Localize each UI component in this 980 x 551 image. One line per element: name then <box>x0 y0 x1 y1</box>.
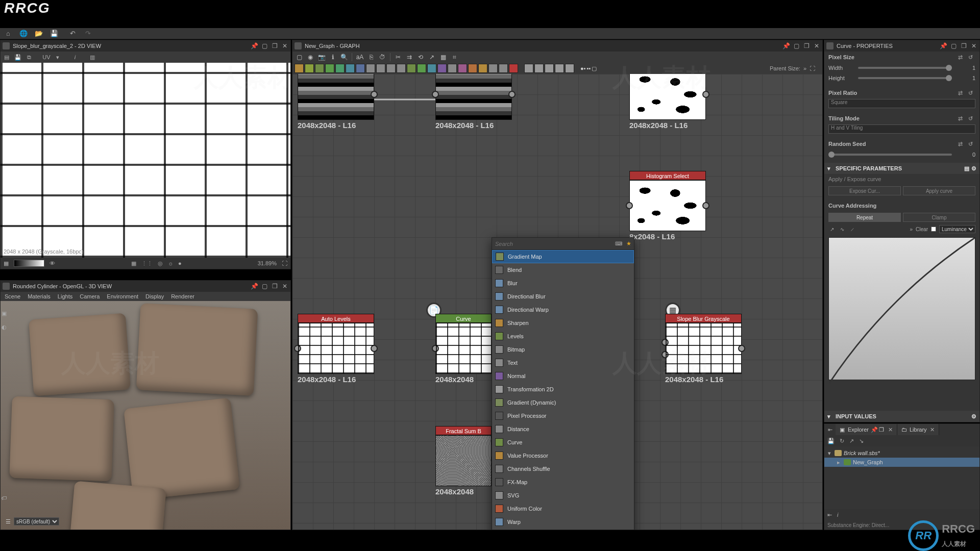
pin-icon[interactable]: 📌 <box>251 283 258 290</box>
gear-icon[interactable]: ⚙ <box>971 165 976 172</box>
list-icon[interactable]: ▤ <box>964 165 969 172</box>
palette-node[interactable] <box>448 64 457 73</box>
focus-icon[interactable]: ◉ <box>306 53 315 62</box>
graph-node-histogram-select[interactable]: Histogram Select 8x2048 - L16 <box>629 171 706 241</box>
palette-node[interactable] <box>335 64 345 73</box>
globe-icon[interactable]: 🌐 <box>19 30 28 37</box>
chevron-icon[interactable]: » <box>803 65 806 71</box>
context-item[interactable]: Uniform Color <box>492 502 634 515</box>
expand-icon[interactable]: ⛶ <box>282 260 287 266</box>
eye-icon[interactable]: 👁 <box>50 260 55 266</box>
palette-node[interactable] <box>386 64 396 73</box>
palette-node[interactable] <box>437 64 447 73</box>
palette-node[interactable] <box>366 64 375 73</box>
palette-node[interactable] <box>534 64 544 73</box>
palette-more[interactable]: ▢ <box>592 65 597 72</box>
palette-more[interactable]: ▪▪ <box>587 65 591 71</box>
tab-library[interactable]: 🗀 Library ✕ <box>897 424 939 435</box>
chevron-down-icon[interactable]: ▾ <box>54 53 62 61</box>
export-icon[interactable]: ↗ <box>849 438 854 444</box>
restore-icon[interactable]: ❐ <box>879 427 885 433</box>
node-port-in[interactable] <box>662 339 669 346</box>
graph-node-fractal[interactable]: Fractal Sum B 2048x2048 <box>435 426 492 496</box>
context-item[interactable]: Gradient (Dynamic) <box>492 396 634 409</box>
curve-editor[interactable] <box>828 237 975 380</box>
node-port-in[interactable] <box>432 91 439 98</box>
node-port-in[interactable] <box>626 202 633 209</box>
context-item[interactable]: Emboss <box>492 529 634 530</box>
menu-scene[interactable]: Scene <box>5 293 20 299</box>
clear-label[interactable]: Clear <box>916 227 928 232</box>
palette-node[interactable] <box>417 64 426 73</box>
palette-node[interactable] <box>478 64 487 73</box>
context-search-input[interactable] <box>492 241 614 247</box>
context-item[interactable]: Directional Warp <box>492 303 634 316</box>
palette-node[interactable] <box>356 64 365 73</box>
context-item[interactable]: Value Processor <box>492 449 634 462</box>
save-icon[interactable]: 💾 <box>827 438 835 444</box>
gear-icon[interactable]: ⚙ <box>971 413 976 420</box>
keyboard-icon[interactable]: ⌨ <box>614 241 624 246</box>
undo-icon[interactable]: ↶ <box>68 30 77 37</box>
palette-node[interactable] <box>295 64 304 73</box>
palette-node[interactable] <box>427 64 436 73</box>
close-icon[interactable]: ✕ <box>888 427 893 433</box>
copy-icon[interactable]: ⧉ <box>25 53 33 61</box>
gradient-swatch[interactable] <box>14 260 44 267</box>
new-icon[interactable]: ▤ <box>3 53 11 61</box>
height-slider[interactable] <box>858 77 952 79</box>
restore-icon[interactable]: ❐ <box>271 283 278 290</box>
dissolve-icon[interactable]: ⟲ <box>416 53 425 62</box>
repeat-button[interactable]: Repeat <box>828 213 901 222</box>
context-item[interactable]: Channels Shuffle <box>492 462 634 475</box>
timing-icon[interactable]: ⏱ <box>378 53 387 62</box>
restore-icon[interactable]: ❐ <box>271 42 278 49</box>
context-item[interactable]: Curve <box>492 436 634 449</box>
close-icon[interactable]: ✕ <box>281 42 288 49</box>
context-item[interactable]: Distance <box>492 422 634 436</box>
menu-display[interactable]: Display <box>145 293 164 299</box>
palette-node[interactable] <box>499 64 508 73</box>
target-icon[interactable]: ◎ <box>158 260 163 267</box>
restore-icon[interactable]: ❐ <box>803 42 810 49</box>
tag-icon[interactable]: 🏷 <box>1 495 7 501</box>
palette-node[interactable] <box>524 64 533 73</box>
menu-renderer[interactable]: Renderer <box>171 293 194 299</box>
menu-camera[interactable]: Camera <box>80 293 100 299</box>
maximize-icon[interactable]: ▢ <box>261 283 268 290</box>
node-port-out[interactable] <box>508 91 516 98</box>
palette-node[interactable] <box>458 64 467 73</box>
context-item[interactable]: Blur <box>492 277 634 290</box>
info-icon[interactable]: ℹ <box>328 53 337 62</box>
menu-materials[interactable]: Materials <box>28 293 51 299</box>
refresh-icon[interactable]: ↻ <box>840 438 844 444</box>
palette-node[interactable] <box>346 64 355 73</box>
save-icon[interactable]: 💾 <box>14 53 22 61</box>
node-port-out[interactable] <box>371 91 378 98</box>
context-item[interactable]: Normal <box>492 369 634 383</box>
link-icon[interactable]: ⎘ <box>366 53 376 62</box>
context-item[interactable]: Gradient Map <box>492 250 634 263</box>
palette-node[interactable] <box>555 64 564 73</box>
clamp-button[interactable]: Clamp <box>903 213 975 222</box>
uv-label[interactable]: UV <box>42 53 51 61</box>
node-port-out[interactable] <box>738 345 745 352</box>
section-specific[interactable]: ▾ SPECIFIC PARAMETERS ▤⚙ <box>824 163 979 174</box>
seed-slider[interactable] <box>828 154 952 156</box>
favorite-icon[interactable]: ★ <box>624 240 634 247</box>
expose-icon[interactable]: ⇄ <box>958 115 965 122</box>
dot-icon[interactable]: ● <box>178 260 182 266</box>
node-port-in[interactable] <box>662 351 669 358</box>
palette-node[interactable] <box>565 64 574 73</box>
align-icon[interactable]: ⇉ <box>405 53 414 62</box>
graph-node-auto-levels[interactable]: Auto Levels 2048x2048 - L16 <box>298 314 374 384</box>
context-item[interactable]: Sharpen <box>492 316 634 330</box>
pin-icon[interactable]: 📌 <box>251 42 258 49</box>
highlight-icon[interactable]: ▦ <box>438 53 448 62</box>
graph-node[interactable]: 2048x2048 - L16 <box>629 74 706 130</box>
info-icon[interactable]: i <box>71 53 79 61</box>
close-icon[interactable]: ✕ <box>281 283 288 290</box>
info-icon[interactable]: i <box>837 512 838 518</box>
menu-environment[interactable]: Environment <box>107 293 138 299</box>
sun-icon[interactable]: ☼ <box>168 260 173 266</box>
